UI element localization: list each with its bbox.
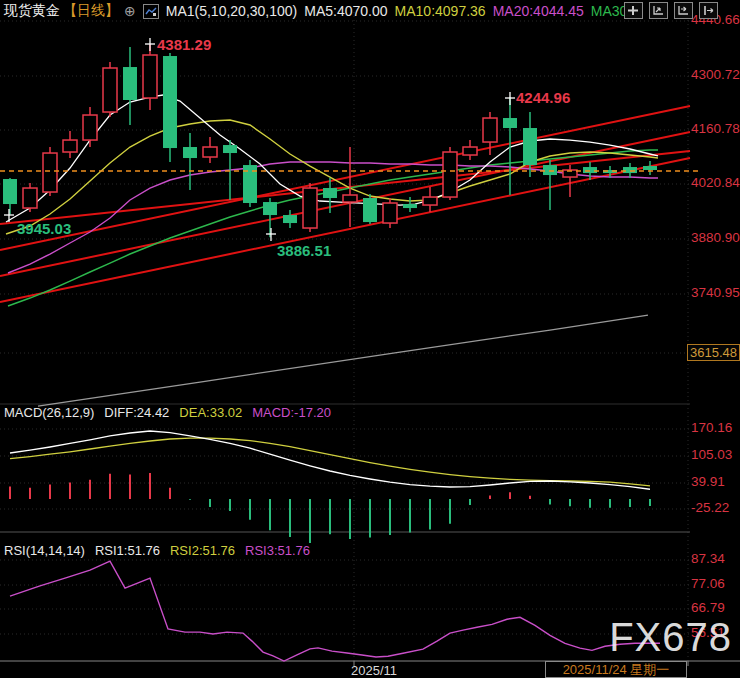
price-annotation: 4381.29 [157, 36, 211, 53]
candle-body [303, 188, 317, 228]
move-icon[interactable] [624, 2, 643, 19]
fit-chart-icon[interactable] [649, 2, 668, 19]
candle-body [43, 153, 57, 192]
rsi-line [10, 561, 660, 661]
candle-body [283, 215, 297, 223]
candle-body [123, 67, 137, 100]
rsi-title: RSI(14,14,14) [4, 543, 85, 558]
y-axis-label: 3740.95 [691, 285, 740, 300]
candle-body [63, 140, 77, 152]
macd-label-row: MACD(26,12,9) DIFF:24.42 DEA:33.02 MACD:… [4, 405, 331, 420]
mini-chart-icon[interactable] [143, 4, 159, 19]
chart-toolbar [624, 2, 718, 19]
candle-body [343, 195, 357, 202]
x-axis-month-label: 2025/11 [351, 663, 397, 678]
rsi3-value-label: RSI3:51.76 [245, 543, 310, 558]
ma5-value-label: MA5:4070.00 [304, 3, 387, 19]
candle-body [383, 203, 397, 223]
candle-body [523, 128, 537, 165]
macd-dea-line [10, 438, 650, 486]
add-indicator-icon[interactable]: ⊕ [124, 3, 136, 19]
ma-settings-label: MA1(5,10,20,30,100) [166, 3, 298, 19]
candle-body [443, 152, 457, 197]
macd-title: MACD(26,12,9) [4, 405, 94, 420]
candle-body [203, 147, 217, 157]
rsi-label-row: RSI(14,14,14) RSI1:51.76 RSI2:51.76 RSI3… [4, 543, 310, 558]
period-label: 【日线】 [63, 2, 119, 20]
trendline [0, 151, 690, 224]
ma10-value-label: MA10:4097.36 [395, 3, 486, 19]
ma20-value-label: MA20:4044.45 [493, 3, 584, 19]
candle-body [323, 188, 337, 198]
candle-body [623, 167, 637, 173]
y-axis-label: 77.06 [691, 576, 725, 591]
y-axis-label: 3615.48 [687, 344, 740, 361]
candle-body [463, 147, 477, 155]
gold-daily-chart-app: 4381.294244.963945.033886.51 4440.664300… [0, 0, 740, 678]
macd-dea-label: DEA:33.02 [179, 405, 242, 420]
macd-diff-label: DIFF:24.42 [104, 405, 169, 420]
y-axis-label: 105.03 [691, 447, 732, 462]
exit-chart-icon[interactable] [699, 2, 718, 19]
trendline [0, 132, 690, 276]
candle-body [23, 188, 37, 208]
step-forward-icon[interactable] [674, 2, 693, 19]
instrument-title: 现货黄金 [4, 2, 60, 20]
rsi1-value-label: RSI1:51.76 [95, 543, 160, 558]
macd-value-label: MACD:-17.20 [252, 405, 331, 420]
y-axis-label: -25.22 [691, 500, 729, 515]
chart-header: 现货黄金【日线】⊕ MA1(5,10,20,30,100) MA5:4070.0… [4, 2, 631, 20]
y-axis-label: 4020.84 [691, 175, 740, 190]
candle-body [483, 118, 497, 142]
candle-body [543, 165, 557, 175]
y-axis-label: 4300.72 [691, 67, 740, 82]
price-annotation: 4244.96 [516, 89, 570, 106]
candle-body [143, 55, 157, 98]
trendline [0, 106, 690, 250]
candle-body [643, 166, 657, 170]
candle-body [263, 202, 277, 215]
candle-body [3, 179, 17, 204]
price-annotation: 3945.03 [17, 220, 71, 237]
candle-body [583, 167, 597, 173]
candle-body [163, 56, 177, 148]
price-annotation: 3886.51 [277, 242, 331, 259]
watermark: FX678 [609, 615, 732, 660]
candle-body [223, 145, 237, 153]
candle-body [363, 198, 377, 222]
ma10-line [6, 120, 658, 234]
candle-body [403, 204, 417, 208]
trendline [0, 158, 690, 302]
candle-body [503, 118, 517, 128]
rsi2-value-label: RSI2:51.76 [170, 543, 235, 558]
y-axis-label: 66.79 [691, 600, 725, 615]
y-axis-label: 87.34 [691, 551, 725, 566]
y-axis-label: 170.16 [691, 420, 732, 435]
candle-body [183, 147, 197, 158]
y-axis-label: 4160.78 [691, 121, 740, 136]
candle-body [83, 115, 97, 140]
candle-body [103, 68, 117, 112]
chart-canvas[interactable]: 4381.294244.963945.033886.51 [0, 0, 740, 678]
ma100-line [38, 315, 648, 406]
y-axis-label: 39.91 [691, 474, 725, 489]
y-axis-label: 3880.90 [691, 230, 740, 245]
candle-body [423, 197, 437, 205]
x-axis-date-box: 2025/11/24 星期一 [545, 661, 687, 678]
